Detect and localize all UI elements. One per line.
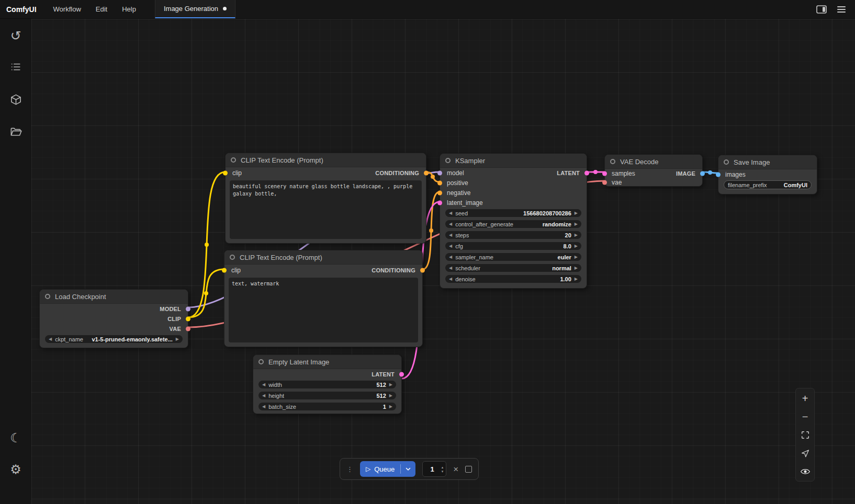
increment-icon[interactable]: ▶ bbox=[575, 211, 578, 215]
toggle-link-visibility-icon[interactable] bbox=[798, 464, 813, 478]
increment-icon[interactable]: ▶ bbox=[176, 337, 179, 341]
widget-cfg[interactable]: ◀ cfg 8.0 ▶ bbox=[445, 242, 581, 250]
zoom-out-icon[interactable]: − bbox=[798, 409, 813, 423]
theme-toggle-icon[interactable]: ☾ bbox=[5, 428, 26, 449]
widget-sampler-name[interactable]: ◀ sampler_name euler ▶ bbox=[445, 253, 581, 261]
collapse-dot-icon[interactable] bbox=[45, 294, 50, 299]
menu-help[interactable]: Help bbox=[115, 0, 143, 18]
queue-button[interactable]: ▷ Queue bbox=[360, 461, 415, 477]
panel-toggle-icon[interactable] bbox=[816, 5, 827, 14]
increment-icon[interactable]: ▶ bbox=[575, 266, 578, 270]
increment-icon[interactable]: ▶ bbox=[389, 394, 392, 398]
widget-scheduler[interactable]: ◀ scheduler normal ▶ bbox=[445, 264, 581, 272]
collapse-dot-icon[interactable] bbox=[258, 359, 264, 364]
input-port-negative[interactable] bbox=[437, 190, 442, 195]
output-port-latent[interactable] bbox=[584, 170, 589, 175]
widget-filename-prefix[interactable]: filename_prefix ComfyUI bbox=[724, 180, 812, 189]
collapse-dot-icon[interactable] bbox=[724, 159, 729, 165]
increment-icon[interactable]: ▶ bbox=[575, 277, 578, 281]
increment-icon[interactable]: ▶ bbox=[575, 222, 578, 226]
queue-options-chevron-icon[interactable] bbox=[400, 464, 415, 474]
zoom-in-icon[interactable]: + bbox=[798, 391, 813, 405]
input-port-positive[interactable] bbox=[437, 180, 442, 185]
input-port-clip[interactable] bbox=[223, 171, 228, 176]
decrement-icon[interactable]: ◀ bbox=[449, 222, 452, 226]
menu-edit[interactable]: Edit bbox=[88, 0, 115, 18]
count-up-icon[interactable]: ▴ bbox=[442, 465, 444, 469]
output-port-conditioning[interactable] bbox=[424, 171, 429, 176]
output-port-conditioning[interactable] bbox=[420, 268, 425, 273]
decrement-icon[interactable]: ◀ bbox=[449, 244, 452, 248]
model-library-icon[interactable] bbox=[5, 89, 26, 110]
increment-icon[interactable]: ▶ bbox=[389, 383, 392, 387]
node-save-image[interactable]: Save Image images filename_prefix ComfyU… bbox=[718, 155, 817, 194]
menu-workflow[interactable]: Workflow bbox=[46, 0, 88, 18]
input-port-model[interactable] bbox=[437, 170, 442, 175]
output-port-image[interactable] bbox=[700, 171, 705, 176]
widget-batch-size[interactable]: ◀ batch_size 1 ▶ bbox=[258, 403, 396, 410]
node-load-checkpoint[interactable]: Load Checkpoint MODEL CLIP VAE ◀ ckpt_na… bbox=[39, 289, 188, 348]
widget-height[interactable]: ◀ height 512 ▶ bbox=[258, 392, 396, 399]
output-port-vae[interactable] bbox=[186, 326, 190, 331]
workflows-folder-icon[interactable] bbox=[5, 121, 26, 142]
fit-view-icon[interactable] bbox=[798, 428, 813, 442]
decrement-icon[interactable]: ◀ bbox=[262, 405, 265, 409]
increment-icon[interactable]: ▶ bbox=[575, 255, 578, 259]
node-clip-text-encode-positive[interactable]: CLIP Text Encode (Prompt) clip CONDITION… bbox=[225, 153, 426, 244]
node-clip-text-encode-negative[interactable]: CLIP Text Encode (Prompt) clip CONDITION… bbox=[224, 250, 423, 347]
count-down-icon[interactable]: ▾ bbox=[442, 469, 444, 473]
increment-icon[interactable]: ▶ bbox=[389, 405, 392, 409]
settings-gear-icon[interactable]: ⚙ bbox=[5, 459, 26, 480]
input-port-clip[interactable] bbox=[222, 268, 227, 273]
collapse-dot-icon[interactable] bbox=[230, 255, 235, 260]
app-logo[interactable]: ComfyUI bbox=[0, 0, 46, 18]
increment-icon[interactable]: ▶ bbox=[575, 244, 578, 248]
node-header[interactable]: CLIP Text Encode (Prompt) bbox=[226, 153, 426, 167]
decrement-icon[interactable]: ◀ bbox=[449, 255, 452, 259]
node-header[interactable]: Save Image bbox=[718, 155, 817, 169]
widget-control-after-generate[interactable]: ◀ control_after_generate randomize ▶ bbox=[445, 220, 581, 228]
drag-handle-icon[interactable]: ⋮ bbox=[346, 466, 353, 473]
collapse-dot-icon[interactable] bbox=[445, 158, 451, 163]
prompt-textarea[interactable]: text, watermark bbox=[229, 278, 418, 342]
decrement-icon[interactable]: ◀ bbox=[262, 394, 265, 398]
prompt-textarea[interactable]: beautiful scenery nature glass bottle la… bbox=[230, 180, 422, 239]
select-mode-icon[interactable] bbox=[798, 446, 813, 460]
batch-count-input[interactable]: 1 ▴ ▾ bbox=[422, 461, 446, 477]
widget-width[interactable]: ◀ width 512 ▶ bbox=[258, 381, 396, 388]
node-vae-decode[interactable]: VAE Decode samples IMAGE vae bbox=[604, 154, 703, 187]
node-empty-latent-image[interactable]: Empty Latent Image LATENT ◀ width 512 ▶ … bbox=[253, 354, 402, 414]
widget-denoise[interactable]: ◀ denoise 1.00 ▶ bbox=[445, 275, 581, 283]
decrement-icon[interactable]: ◀ bbox=[49, 337, 52, 341]
decrement-icon[interactable]: ◀ bbox=[449, 233, 452, 237]
decrement-icon[interactable]: ◀ bbox=[262, 383, 265, 387]
output-port-latent[interactable] bbox=[399, 372, 404, 376]
hamburger-menu-icon[interactable] bbox=[837, 6, 846, 13]
node-header[interactable]: Load Checkpoint bbox=[40, 290, 188, 304]
output-port-model[interactable] bbox=[186, 306, 190, 311]
decrement-icon[interactable]: ◀ bbox=[449, 266, 452, 270]
tab-image-generation[interactable]: Image Generation bbox=[155, 0, 235, 18]
node-header[interactable]: KSampler bbox=[440, 154, 587, 168]
clear-queue-icon[interactable]: × bbox=[453, 465, 458, 474]
increment-icon[interactable]: ▶ bbox=[575, 233, 578, 237]
input-port-latent-image[interactable] bbox=[437, 200, 442, 205]
collapse-dot-icon[interactable] bbox=[610, 159, 615, 164]
decrement-icon[interactable]: ◀ bbox=[449, 211, 452, 215]
input-port-samples[interactable] bbox=[602, 171, 607, 176]
node-header[interactable]: Empty Latent Image bbox=[253, 355, 401, 369]
node-header[interactable]: VAE Decode bbox=[605, 155, 702, 169]
widget-seed[interactable]: ◀ seed 156680208700286 ▶ bbox=[445, 209, 581, 217]
widget-ckpt-name[interactable]: ◀ ckpt_name v1-5-pruned-emaonly.safete..… bbox=[45, 335, 183, 343]
output-port-clip[interactable] bbox=[186, 316, 190, 321]
node-ksampler[interactable]: KSampler model LATENT positive negative … bbox=[440, 153, 587, 289]
input-port-vae[interactable] bbox=[602, 180, 607, 185]
collapse-dot-icon[interactable] bbox=[231, 157, 236, 163]
node-library-icon[interactable] bbox=[5, 56, 26, 77]
decrement-icon[interactable]: ◀ bbox=[449, 277, 452, 281]
widget-steps[interactable]: ◀ steps 20 ▶ bbox=[445, 231, 581, 239]
stop-icon[interactable] bbox=[465, 466, 472, 473]
queue-history-icon[interactable]: ↺ bbox=[5, 25, 26, 46]
node-header[interactable]: CLIP Text Encode (Prompt) bbox=[224, 250, 422, 265]
input-port-images[interactable] bbox=[716, 172, 721, 177]
